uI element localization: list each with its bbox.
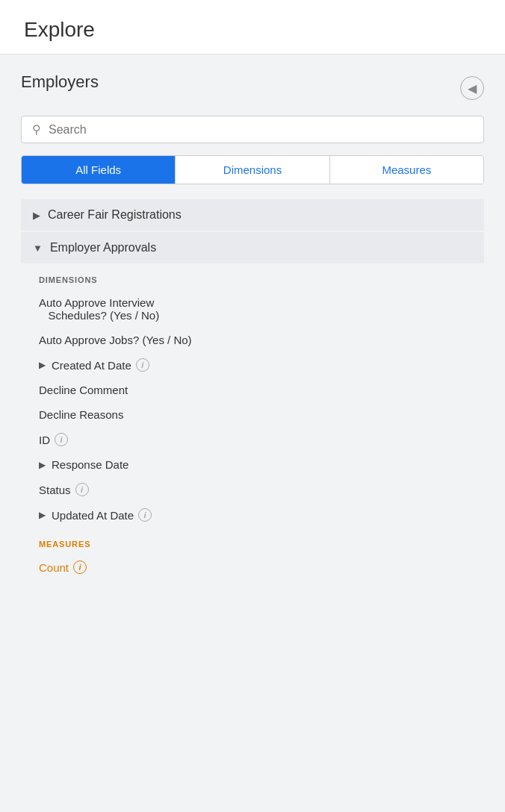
header-row: Employers ◀ [21,72,484,104]
tab-measures[interactable]: Measures [330,156,483,184]
content-area: Employers ◀ ⚲ All Fields Dimensions Meas… [0,54,505,605]
info-icon-updated-at-date[interactable]: i [138,508,152,522]
filter-tabs: All Fields Dimensions Measures [21,155,484,184]
section-title: Employers [21,72,99,92]
collapse-button[interactable]: ◀ [460,76,484,100]
field-id[interactable]: ID i [21,427,484,452]
measures-section-label: MEASURES [21,528,484,555]
field-auto-approve-interview[interactable]: Auto Approve Interview Schedules? (Yes /… [21,290,484,328]
tab-all-fields[interactable]: All Fields [22,156,176,184]
collapse-arrow-employer-approvals: ▼ [33,243,43,254]
info-icon-status[interactable]: i [75,483,89,496]
expand-arrow-career-fair: ▶ [33,210,40,221]
chevron-left-icon: ◀ [468,81,477,96]
group-career-fair-header[interactable]: ▶ Career Fair Registrations [21,199,484,231]
field-decline-comment-label: Decline Comment [39,384,128,396]
info-icon-id[interactable]: i [55,433,68,446]
field-response-date-label: Response Date [52,458,128,471]
field-created-at-date-label: Created At Date [52,359,131,372]
expand-arrow-created-at-date: ▶ [39,360,46,370]
search-box: ⚲ [21,116,484,143]
search-input[interactable] [49,123,473,137]
tab-dimensions[interactable]: Dimensions [176,156,329,184]
field-auto-approve-jobs-label: Auto Approve Jobs? (Yes / No) [39,334,192,346]
expand-arrow-response-date: ▶ [39,460,46,470]
field-status[interactable]: Status i [21,477,484,502]
field-auto-approve-interview-label: Auto Approve Interview Schedules? (Yes /… [39,296,159,322]
field-created-at-date[interactable]: ▶ Created At Date i [21,352,484,378]
info-icon-created-at-date[interactable]: i [136,358,149,372]
group-employer-approvals-label: Employer Approvals [50,241,156,254]
field-count-label: Count [39,561,69,574]
info-icon-count[interactable]: i [73,560,87,574]
field-count[interactable]: Count i [21,555,484,580]
field-decline-reasons-label: Decline Reasons [39,408,123,421]
field-status-label: Status [39,484,71,496]
field-updated-at-date[interactable]: ▶ Updated At Date i [21,502,484,528]
group-employer-approvals: ▼ Employer Approvals DIMENSIONS Auto App… [21,232,484,586]
field-decline-comment[interactable]: Decline Comment [21,378,484,402]
group-employer-approvals-content: DIMENSIONS Auto Approve Interview Schedu… [21,263,484,586]
group-career-fair-label: Career Fair Registrations [48,208,182,222]
field-updated-at-date-label: Updated At Date [52,509,134,522]
dimensions-section-label: DIMENSIONS [21,263,484,290]
page-header: Explore [0,0,505,54]
field-id-label: ID [39,434,50,446]
groups-container: ▶ Career Fair Registrations ▼ Employer A… [21,199,484,586]
field-auto-approve-jobs[interactable]: Auto Approve Jobs? (Yes / No) [21,328,484,352]
field-response-date[interactable]: ▶ Response Date [21,452,484,477]
group-employer-approvals-header[interactable]: ▼ Employer Approvals [21,232,484,263]
search-icon: ⚲ [32,122,41,137]
expand-arrow-updated-at-date: ▶ [39,510,46,520]
group-career-fair: ▶ Career Fair Registrations [21,199,484,231]
page-title: Explore [24,18,481,42]
field-decline-reasons[interactable]: Decline Reasons [21,402,484,427]
